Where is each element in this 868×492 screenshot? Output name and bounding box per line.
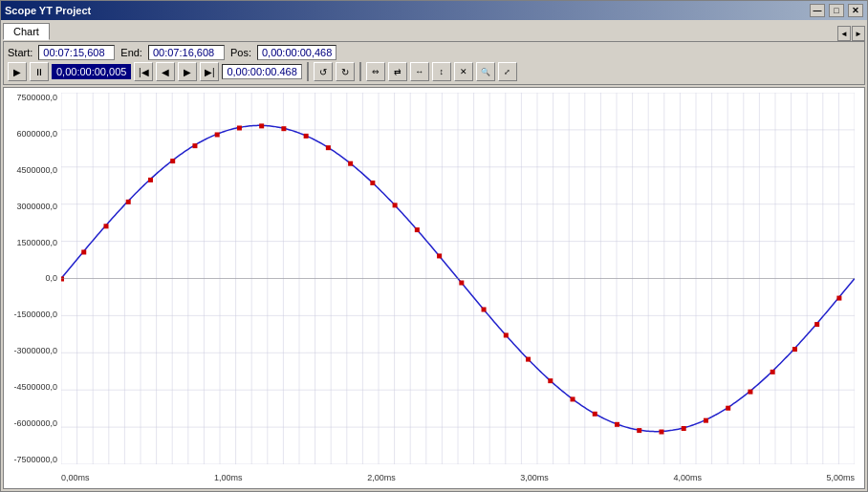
y-label-4: 1500000,0 bbox=[16, 238, 57, 247]
pos-value: 0,00:00:00,468 bbox=[257, 45, 336, 60]
controls-area: Start: 00:07:15,608 End: 00:07:16,608 Po… bbox=[3, 41, 865, 85]
separator1 bbox=[307, 62, 309, 81]
y-label-3: 3000000,0 bbox=[16, 202, 57, 211]
y-label-10: -7500000,0 bbox=[13, 455, 57, 464]
y-label-2: 4500000,0 bbox=[16, 165, 57, 175]
start-value: 00:07:15,608 bbox=[38, 45, 115, 60]
play-button[interactable]: ▶ bbox=[8, 62, 27, 81]
chart-tab[interactable]: Chart bbox=[3, 23, 50, 40]
refresh2-button[interactable]: ↻ bbox=[336, 62, 355, 81]
x-label-0: 0,00ms bbox=[61, 473, 90, 482]
prev-button[interactable]: ◀ bbox=[156, 62, 175, 81]
y-label-9: -6000000,0 bbox=[13, 418, 57, 428]
end-value: 00:07:16,608 bbox=[148, 45, 225, 60]
content-area: Chart ◄ ► Start: 00:07:15,608 End: 00:07… bbox=[1, 20, 867, 491]
pos-label: Pos: bbox=[230, 47, 251, 58]
y-label-1: 6000000,0 bbox=[16, 129, 57, 139]
step-value[interactable]: 0,00:00:00,005 bbox=[52, 64, 131, 79]
y-label-0: 7500000,0 bbox=[16, 93, 57, 102]
controls-row1: Start: 00:07:15,608 End: 00:07:16,608 Po… bbox=[8, 45, 860, 60]
tab-bar: Chart bbox=[3, 22, 50, 39]
refresh-button[interactable]: ↺ bbox=[314, 62, 333, 81]
fit-button[interactable]: ⤢ bbox=[498, 62, 517, 81]
controls-row2: ▶ ⏸ 0,00:00:00,005 |◀ ◀ ▶ ▶| 0,00:00:00.… bbox=[8, 62, 860, 81]
cursor-button[interactable]: ✕ bbox=[454, 62, 473, 81]
y-label-7: -3000000,0 bbox=[13, 346, 57, 355]
nav-arrows: ◄ ► bbox=[837, 26, 865, 41]
play2-button[interactable]: ▶ bbox=[178, 62, 197, 81]
x-axis-labels: 0,00ms 1,00ms 2,00ms 3,00ms 4,00ms 5,00m… bbox=[61, 464, 855, 488]
zoom-in-h-button[interactable]: ⇄ bbox=[388, 62, 407, 81]
x-label-3: 3,00ms bbox=[520, 473, 549, 482]
x-label-4: 4,00ms bbox=[673, 473, 702, 482]
chart-container: 7500000,0 6000000,0 4500000,0 3000000,0 … bbox=[3, 87, 865, 489]
chart-canvas bbox=[61, 93, 855, 464]
skip-end-button[interactable]: ▶| bbox=[200, 62, 219, 81]
title-bar: Scope YT Project — □ ✕ bbox=[1, 1, 867, 20]
nav-left-button[interactable]: ◄ bbox=[837, 26, 851, 41]
start-label: Start: bbox=[8, 47, 33, 58]
separator2 bbox=[359, 62, 361, 81]
y-label-6: -1500000,0 bbox=[13, 310, 57, 319]
y-label-5: 0,0 bbox=[45, 273, 57, 283]
close-button[interactable]: ✕ bbox=[848, 4, 863, 17]
zoom-out-v-button[interactable]: ↕ bbox=[432, 62, 451, 81]
zoom-fit-button[interactable]: ⇔ bbox=[366, 62, 385, 81]
y-axis-labels: 7500000,0 6000000,0 4500000,0 3000000,0 … bbox=[4, 93, 61, 464]
restore-button[interactable]: □ bbox=[829, 4, 844, 17]
chart-area bbox=[61, 93, 855, 464]
skip-start-button[interactable]: |◀ bbox=[134, 62, 153, 81]
y-label-8: -4500000,0 bbox=[13, 382, 57, 392]
x-label-5: 5,00ms bbox=[826, 473, 855, 482]
x-label-2: 2,00ms bbox=[367, 473, 396, 482]
minimize-button[interactable]: — bbox=[810, 4, 825, 17]
end-label: End: bbox=[120, 47, 142, 58]
zoom-out-h-button[interactable]: ↔ bbox=[410, 62, 429, 81]
nav-right-button[interactable]: ► bbox=[852, 26, 865, 41]
pause-button[interactable]: ⏸ bbox=[30, 62, 49, 81]
main-window: Scope YT Project — □ ✕ Chart ◄ ► Start: … bbox=[0, 0, 868, 492]
x-label-1: 1,00ms bbox=[214, 473, 243, 482]
window-title: Scope YT Project bbox=[5, 5, 91, 16]
zoom-max-button[interactable]: 🔍 bbox=[476, 62, 495, 81]
pos2-value[interactable]: 0,00:00:00.468 bbox=[222, 64, 301, 79]
